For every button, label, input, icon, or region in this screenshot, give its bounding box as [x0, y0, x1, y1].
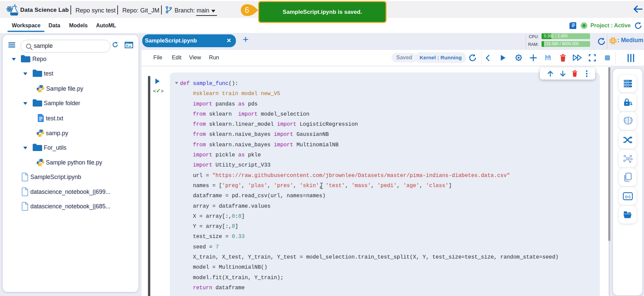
svg-text:6: 6	[245, 6, 249, 14]
svg-text:(∞): (∞)	[625, 194, 631, 198]
